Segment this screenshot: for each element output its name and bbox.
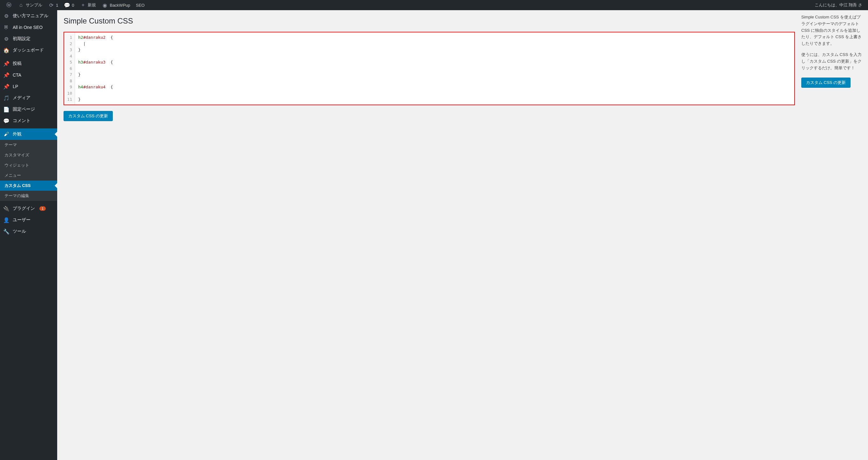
sidebar-item-cta[interactable]: 📌CTA	[0, 69, 57, 81]
admin-toolbar: ⓦ ⌂サンプル ⟳1 💬0 +新規 ◉BackWPup SEO こんにちは、中江…	[0, 0, 868, 10]
css-editor-box: 1234567891011 h2#danraku2 { |}h3#danraku…	[64, 32, 795, 105]
update-css-button[interactable]: カスタム CSS の更新	[64, 111, 113, 121]
code-editor[interactable]: 1234567891011 h2#danraku2 { |}h3#danraku…	[64, 32, 794, 105]
content-right: Simple Custom CSS を使えばプラグインやテーマのデフォルト CS…	[801, 14, 862, 456]
toolbar-left: ⓦ ⌂サンプル ⟳1 💬0 +新規 ◉BackWPup SEO	[3, 0, 812, 10]
site-name: サンプル	[26, 2, 42, 8]
manual-label: 使い方マニュアル	[13, 13, 48, 19]
layout: ⚙使い方マニュアル ⛨All in One SEO ⚙初期設定 🏠ダッシュボード…	[0, 10, 868, 460]
main-content: Simple Custom CSS 1234567891011 h2#danra…	[57, 10, 868, 460]
theme-label: テーマ	[4, 142, 17, 148]
plugins-badge: 1	[39, 206, 46, 211]
refresh-icon: ⟳	[48, 2, 54, 8]
sidebar-item-tools[interactable]: 🔧ツール	[0, 226, 57, 237]
users-label: ユーザー	[13, 217, 31, 223]
wrench-icon: 🔧	[3, 228, 9, 235]
sidebar-item-users[interactable]: 👤ユーザー	[0, 214, 57, 226]
home-icon: ⌂	[18, 2, 24, 8]
pin-icon: 📌	[3, 83, 9, 90]
sidebar-subitem-widgets[interactable]: ウィジェット	[0, 160, 57, 170]
appearance-label: 外観	[13, 131, 22, 137]
dashboard-label: ダッシュボード	[13, 47, 44, 53]
updates-link[interactable]: ⟳1	[45, 0, 61, 10]
page-icon: 📄	[3, 106, 9, 113]
sidebar-item-manual[interactable]: ⚙使い方マニュアル	[0, 10, 57, 22]
plus-icon: +	[80, 2, 86, 8]
gear-icon: ⚙	[3, 13, 9, 19]
plugin-icon: 🔌	[3, 205, 9, 212]
shield-icon: ⛨	[3, 24, 9, 30]
lp-label: LP	[13, 84, 18, 89]
customcss-label: カスタム CSS	[4, 183, 31, 189]
seo-link[interactable]: SEO	[133, 0, 147, 10]
info-paragraph-1: Simple Custom CSS を使えばプラグインやテーマのデフォルト CS…	[801, 14, 862, 47]
comment-icon: 💬	[64, 2, 70, 8]
sidebar-item-posts[interactable]: 📌投稿	[0, 58, 57, 69]
initial-label: 初期設定	[13, 36, 31, 41]
comment-icon: 💬	[3, 118, 9, 124]
page-title: Simple Custom CSS	[64, 17, 795, 25]
site-link[interactable]: ⌂サンプル	[15, 0, 45, 10]
tools-label: ツール	[13, 229, 26, 234]
new-label: 新規	[88, 2, 96, 8]
sidebar-item-dashboard[interactable]: 🏠ダッシュボード	[0, 45, 57, 56]
sidebar-item-initial[interactable]: ⚙初期設定	[0, 33, 57, 45]
info-paragraph-2: 使うには、カスタム CSS を入力し「カスタム CSS の更新」をクリックするだ…	[801, 52, 862, 71]
dashboard-icon: 🏠	[3, 47, 9, 53]
user-greeting[interactable]: こんにちは、中江 翔吾 さ	[812, 2, 865, 8]
comments-count: 0	[72, 3, 74, 8]
line-gutter: 1234567891011	[64, 32, 75, 105]
themeedit-label: テーマの編集	[4, 193, 29, 199]
content-left: Simple Custom CSS 1234567891011 h2#danra…	[64, 14, 795, 456]
pages-label: 固定ページ	[13, 107, 35, 112]
sidebar-subitem-menu[interactable]: メニュー	[0, 170, 57, 180]
sidebar-item-plugins[interactable]: 🔌プラグイン1	[0, 203, 57, 214]
sidebar-item-pages[interactable]: 📄固定ページ	[0, 104, 57, 115]
updates-count: 1	[56, 3, 58, 8]
backwpup-icon: ◉	[102, 2, 108, 8]
sidebar-subitem-customize[interactable]: カスタマイズ	[0, 150, 57, 160]
update-css-button-side[interactable]: カスタム CSS の更新	[801, 78, 850, 88]
aioseo-label: All in One SEO	[13, 25, 42, 30]
comments-label: コメント	[13, 118, 31, 124]
posts-label: 投稿	[13, 61, 22, 66]
menu-label: メニュー	[4, 173, 21, 178]
widgets-label: ウィジェット	[4, 163, 29, 168]
pin-icon: 📌	[3, 72, 9, 78]
admin-sidebar: ⚙使い方マニュアル ⛨All in One SEO ⚙初期設定 🏠ダッシュボード…	[0, 10, 57, 460]
sidebar-subitem-theme[interactable]: テーマ	[0, 140, 57, 150]
brush-icon: 🖌	[3, 131, 9, 137]
customize-label: カスタマイズ	[4, 152, 29, 158]
sidebar-subitem-customcss[interactable]: カスタム CSS	[0, 180, 57, 191]
greeting-text: こんにちは、中江 翔吾 さ	[815, 3, 862, 7]
sidebar-item-media[interactable]: 🎵メディア	[0, 92, 57, 104]
pin-icon: 📌	[3, 60, 9, 67]
cta-label: CTA	[13, 73, 21, 78]
gear-icon: ⚙	[3, 36, 9, 42]
plugins-label: プラグイン	[13, 206, 35, 211]
wordpress-logo[interactable]: ⓦ	[3, 0, 14, 10]
sidebar-item-lp[interactable]: 📌LP	[0, 81, 57, 92]
sidebar-subitem-themeedit[interactable]: テーマの編集	[0, 191, 57, 201]
media-icon: 🎵	[3, 95, 9, 101]
wordpress-icon: ⓦ	[6, 2, 12, 8]
comments-link[interactable]: 💬0	[61, 0, 76, 10]
backwpup-link[interactable]: ◉BackWPup	[99, 0, 132, 10]
user-icon: 👤	[3, 217, 9, 223]
new-link[interactable]: +新規	[77, 0, 98, 10]
sidebar-item-aioseo[interactable]: ⛨All in One SEO	[0, 22, 57, 33]
sidebar-item-comments[interactable]: 💬コメント	[0, 115, 57, 126]
backwpup-label: BackWPup	[110, 3, 130, 8]
media-label: メディア	[13, 95, 31, 101]
sidebar-item-appearance[interactable]: 🖌外観	[0, 128, 57, 140]
code-area[interactable]: h2#danraku2 { |}h3#danraku3 {}h4#danraku…	[75, 32, 794, 105]
seo-label: SEO	[136, 3, 145, 8]
